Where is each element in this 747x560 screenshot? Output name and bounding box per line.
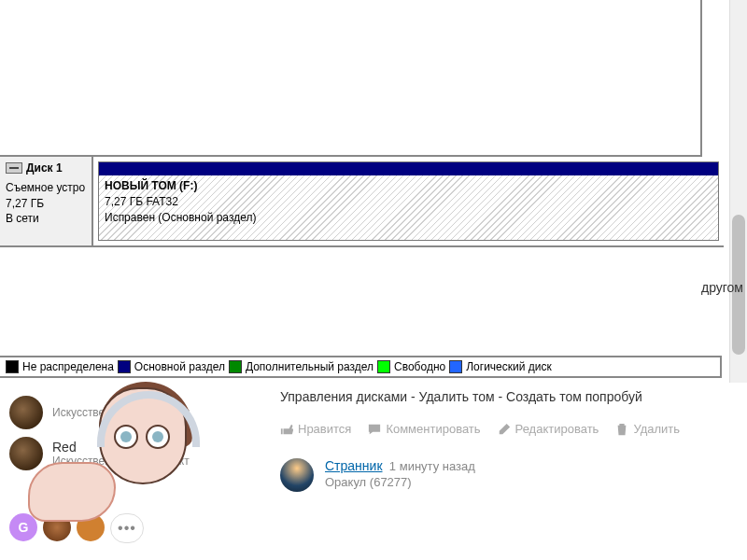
volume-box[interactable]: НОВЫЙ ТОМ (F:) 7,27 ГБ FAT32 Исправен (О… (98, 161, 719, 241)
like-button[interactable]: Нравится (280, 422, 351, 436)
disk-label-panel[interactable]: Диск 1 Съемное устро 7,27 ГБ В сети (0, 157, 93, 245)
legend-bar: Не распределена Основной раздел Дополнит… (0, 356, 722, 378)
volume-name: НОВЫЙ ТОМ (F:) (105, 178, 712, 194)
delete-button[interactable]: Удалить (615, 422, 680, 436)
trash-icon (615, 423, 628, 436)
legend-label: Не распределена (22, 360, 114, 373)
legend-logical: Логический диск (449, 360, 552, 373)
volume-status: Исправен (Основной раздел) (105, 210, 712, 226)
avatar (9, 396, 43, 429)
swatch-navy (118, 360, 131, 373)
legend-label: Дополнительный раздел (246, 360, 374, 373)
comment-user-link[interactable]: Странник (325, 458, 383, 473)
sidebar-users: Искусственный Интеллект Red Искусственны… (0, 392, 252, 474)
user-chip[interactable]: G (9, 513, 37, 541)
legend-label: Основной раздел (134, 360, 225, 373)
action-label: Удалить (633, 422, 680, 436)
disk-state: В сети (6, 211, 88, 227)
user-chip[interactable] (43, 513, 71, 541)
comment-block: Странник 1 минуту назад Оракул (67277) (280, 458, 728, 492)
action-label: Редактировать (515, 422, 599, 436)
swatch-green (229, 360, 242, 373)
answer-text: Управления дисками - Удалить том - Созда… (280, 387, 728, 407)
comment-button[interactable]: Комментировать (368, 422, 480, 436)
disk-icon (6, 162, 22, 174)
swatch-black (6, 360, 19, 373)
user-chip[interactable] (77, 513, 105, 541)
user-subtitle: Искусственный Интеллект (52, 406, 190, 419)
legend-primary: Основной раздел (118, 360, 225, 373)
legend-extended: Дополнительный раздел (229, 360, 374, 373)
pencil-icon (498, 423, 511, 436)
disk-name: Диск 1 (26, 161, 63, 176)
sidebar-user-row[interactable]: Искусственный Интеллект (0, 392, 252, 433)
sidebar-user-row[interactable]: Red Искусственный Интеллект (0, 433, 252, 474)
thumbs-up-icon (280, 423, 293, 436)
disk-management-window: Диск 1 Съемное устро 7,27 ГБ В сети НОВЫ… (0, 0, 724, 378)
user-subtitle: Искусственный Интеллект (52, 455, 190, 468)
volume-body: НОВЫЙ ТОМ (F:) 7,27 ГБ FAT32 Исправен (О… (99, 175, 718, 240)
avatar (9, 437, 43, 470)
user-chip-row: G ••• (9, 513, 144, 543)
legend-label: Логический диск (466, 360, 552, 373)
disk-row: Диск 1 Съемное устро 7,27 ГБ В сети НОВЫ… (0, 157, 724, 247)
comment-time: 1 минуту назад (389, 459, 475, 473)
volume-list-pane (0, 0, 702, 157)
comment-avatar[interactable] (280, 458, 314, 492)
truncated-text-fragment: другом (701, 280, 743, 295)
disk-type: Съемное устро (6, 180, 88, 196)
more-users-button[interactable]: ••• (110, 513, 144, 543)
edit-button[interactable]: Редактировать (498, 422, 599, 436)
answers-area: Искусственный Интеллект Red Искусственны… (0, 383, 747, 560)
legend-label: Свободно (394, 360, 445, 373)
action-label: Нравится (298, 422, 351, 436)
volume-fs: 7,27 ГБ FAT32 (105, 194, 712, 210)
user-name: Red (52, 440, 190, 455)
legend-unallocated: Не распределена (6, 360, 114, 373)
swatch-blue (449, 360, 462, 373)
legend-free: Свободно (377, 360, 445, 373)
answer-actions: Нравится Комментировать Редактировать Уд… (280, 422, 728, 436)
swatch-lime (377, 360, 390, 373)
volume-type-bar (99, 162, 718, 175)
disk-size: 7,27 ГБ (6, 196, 88, 212)
comment-rank: Оракул (67277) (325, 475, 475, 489)
volume-container: НОВЫЙ ТОМ (F:) 7,27 ГБ FAT32 Исправен (О… (93, 157, 724, 245)
action-label: Комментировать (386, 422, 480, 436)
comment-icon (368, 423, 381, 436)
answer-block: Управления дисками - Удалить том - Созда… (280, 387, 728, 492)
